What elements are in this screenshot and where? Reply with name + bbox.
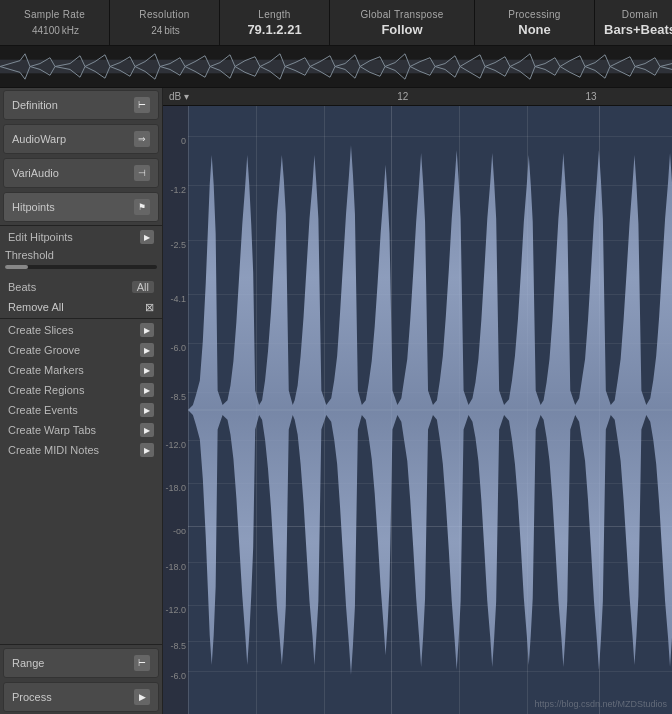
- main-waveform-svg: [188, 106, 672, 714]
- spacer: [0, 460, 162, 643]
- threshold-section: Threshold: [0, 247, 162, 277]
- resolution-unit: bits: [164, 25, 180, 36]
- create-groove-item[interactable]: Create Groove ▶: [0, 340, 162, 360]
- audio-warp-label: AudioWarp: [12, 133, 66, 145]
- db-label-n18b: -18.0: [165, 562, 186, 572]
- global-transpose-label: Global Transpose: [360, 9, 443, 20]
- process-label: Process: [12, 691, 52, 703]
- db-label-n18: -18.0: [165, 483, 186, 493]
- edit-hitpoints-label: Edit Hitpoints: [8, 231, 73, 243]
- create-events-label: Create Events: [8, 404, 78, 416]
- db-label-n12: -12.0: [165, 440, 186, 450]
- resolution-section: Resolution 24bits: [110, 0, 220, 45]
- create-events-icon: ▶: [140, 403, 154, 417]
- create-events-item[interactable]: Create Events ▶: [0, 400, 162, 420]
- remove-all-icon: ⊠: [145, 301, 154, 314]
- timeline-ruler: dB ▾ 12 13: [163, 88, 672, 106]
- create-markers-item[interactable]: Create Markers ▶: [0, 360, 162, 380]
- range-icon: ⊢: [134, 655, 150, 671]
- domain-value: Bars+Beats: [604, 22, 672, 37]
- definition-label: Definition: [12, 99, 58, 111]
- threshold-slider[interactable]: [5, 265, 157, 269]
- create-midi-notes-icon: ▶: [140, 443, 154, 457]
- hitpoints-label: Hitpoints: [12, 201, 55, 213]
- audio-warp-button[interactable]: AudioWarp ⇒: [3, 124, 159, 154]
- ruler-marker-13: 13: [585, 91, 596, 102]
- ruler-marker-12: 12: [397, 91, 408, 102]
- remove-all-row[interactable]: Remove All ⊠: [0, 297, 162, 317]
- beats-value[interactable]: All: [132, 281, 154, 293]
- divider-1: [0, 225, 162, 226]
- threshold-slider-fill: [5, 265, 28, 269]
- waveform-strip-svg: [0, 46, 672, 87]
- global-transpose-value: Follow: [381, 22, 422, 37]
- sample-rate-label: Sample Rate: [24, 9, 85, 20]
- definition-icon: ⊢: [134, 97, 150, 113]
- create-groove-icon: ▶: [140, 343, 154, 357]
- right-area: dB ▾ 12 13 0 -1.2 -2.5 -4.1 -6.0 -8.5 -1…: [163, 88, 672, 714]
- domain-label: Domain: [622, 9, 658, 20]
- create-markers-label: Create Markers: [8, 364, 84, 376]
- remove-all-label: Remove All: [8, 301, 64, 313]
- beats-label: Beats: [8, 281, 36, 293]
- create-slices-item[interactable]: Create Slices ▶: [0, 320, 162, 340]
- waveform-strip: [0, 46, 672, 88]
- edit-hitpoints-icon: ▶: [140, 230, 154, 244]
- db-label-n6: -6.0: [170, 343, 186, 353]
- db-label-n6b: -6.0: [170, 671, 186, 681]
- waveform-with-scale: 0 -1.2 -2.5 -4.1 -6.0 -8.5 -12.0 -18.0 -…: [163, 106, 672, 714]
- create-warp-tabs-label: Create Warp Tabs: [8, 424, 96, 436]
- length-section: Length 79.1.2.21: [220, 0, 330, 45]
- db-label-0: 0: [181, 136, 186, 146]
- range-button[interactable]: Range ⊢: [3, 648, 159, 678]
- create-regions-label: Create Regions: [8, 384, 84, 396]
- domain-section: Domain Bars+Beats: [595, 0, 672, 45]
- db-label-ninf: -oo: [173, 526, 186, 536]
- sample-rate-value: 44100kHz: [30, 22, 79, 37]
- vari-audio-button[interactable]: VariAudio ⊣: [3, 158, 159, 188]
- create-warp-tabs-icon: ▶: [140, 423, 154, 437]
- top-bar: Sample Rate 44100kHz Resolution 24bits L…: [0, 0, 672, 46]
- main-area: Definition ⊢ AudioWarp ⇒ VariAudio ⊣ Hit…: [0, 88, 672, 714]
- vari-audio-label: VariAudio: [12, 167, 59, 179]
- resolution-label: Resolution: [139, 9, 189, 20]
- process-icon: ▶: [134, 689, 150, 705]
- db-label-n12b: -12.0: [165, 605, 186, 615]
- edit-hitpoints-item[interactable]: Edit Hitpoints ▶: [0, 227, 162, 247]
- divider-2: [0, 318, 162, 319]
- create-markers-icon: ▶: [140, 363, 154, 377]
- vari-audio-icon: ⊣: [134, 165, 150, 181]
- watermark: https://blog.csdn.net/MZDStudios: [534, 699, 667, 709]
- processing-section: Processing None: [475, 0, 595, 45]
- create-regions-icon: ▶: [140, 383, 154, 397]
- create-slices-label: Create Slices: [8, 324, 73, 336]
- length-label: Length: [258, 9, 290, 20]
- db-label-n1: -1.2: [170, 185, 186, 195]
- threshold-label: Threshold: [5, 249, 157, 261]
- resolution-number: 24: [151, 25, 162, 36]
- waveform-canvas-area: https://blog.csdn.net/MZDStudios: [188, 106, 672, 714]
- create-midi-notes-item[interactable]: Create MIDI Notes ▶: [0, 440, 162, 460]
- processing-value: None: [518, 22, 551, 37]
- global-transpose-section: Global Transpose Follow: [330, 0, 475, 45]
- create-groove-label: Create Groove: [8, 344, 80, 356]
- create-regions-item[interactable]: Create Regions ▶: [0, 380, 162, 400]
- db-scale-column: 0 -1.2 -2.5 -4.1 -6.0 -8.5 -12.0 -18.0 -…: [163, 106, 188, 714]
- processing-label: Processing: [508, 9, 560, 20]
- sample-rate-number: 44100: [32, 25, 60, 36]
- create-midi-notes-label: Create MIDI Notes: [8, 444, 99, 456]
- db-label-n2: -2.5: [170, 240, 186, 250]
- left-panel: Definition ⊢ AudioWarp ⇒ VariAudio ⊣ Hit…: [0, 88, 163, 714]
- create-warp-tabs-item[interactable]: Create Warp Tabs ▶: [0, 420, 162, 440]
- hitpoints-button[interactable]: Hitpoints ⚑: [3, 192, 159, 222]
- sample-rate-unit: kHz: [62, 25, 79, 36]
- beats-row: Beats All: [0, 277, 162, 297]
- hitpoints-icon: ⚑: [134, 199, 150, 215]
- process-button[interactable]: Process ▶: [3, 682, 159, 712]
- definition-button[interactable]: Definition ⊢: [3, 90, 159, 120]
- resolution-value: 24bits: [149, 22, 180, 37]
- db-scale-label: dB ▾: [169, 91, 189, 102]
- audio-warp-icon: ⇒: [134, 131, 150, 147]
- db-label-n8b: -8.5: [170, 641, 186, 651]
- create-slices-icon: ▶: [140, 323, 154, 337]
